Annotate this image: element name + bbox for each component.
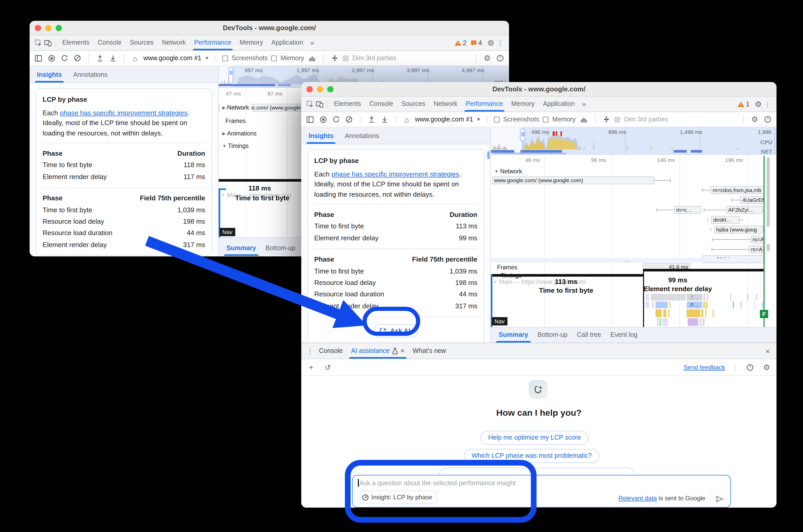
screenshots-checkbox[interactable] (494, 116, 500, 122)
target-selector[interactable]: www.google.com #1▼ (143, 55, 209, 62)
collapse-sections-icon[interactable] (330, 54, 340, 63)
panel-settings-gear-icon[interactable]: ⚙ (750, 115, 760, 124)
history-icon[interactable]: ↺ (323, 363, 332, 372)
subtab-annotations[interactable]: Annotations (345, 128, 379, 144)
tab-network[interactable]: Network (430, 97, 462, 112)
lcp-by-phase-card[interactable]: LCP by phase Each phase has specific imp… (308, 150, 484, 345)
timeline-scrollbar[interactable] (767, 157, 770, 227)
close-drawer-icon[interactable]: × (763, 346, 772, 356)
target-selector[interactable]: www.google.com #1▼ (415, 116, 481, 123)
network-request-bar[interactable]: m=c… (674, 206, 701, 214)
lcp-by-phase-card[interactable]: LCP by phase Each phase has specific imp… (36, 88, 212, 255)
memory-checkbox[interactable] (543, 116, 549, 122)
gc-brush-icon[interactable] (308, 54, 317, 63)
fcp-marker-badge[interactable]: F (760, 310, 768, 318)
tab-sources[interactable]: Sources (397, 97, 430, 112)
tab-performance[interactable]: Performance (461, 97, 507, 112)
network-request-bar[interactable]: www.google.com/ (www.google.com) (492, 176, 654, 184)
drawer-tab-console[interactable]: Console (315, 343, 347, 359)
timeline-scrollbar[interactable] (767, 244, 770, 251)
tab-event-log[interactable]: Event log (606, 327, 642, 343)
screenshots-checkbox[interactable] (222, 55, 228, 61)
ai-settings-gear-icon[interactable]: ⚙ (762, 363, 771, 372)
kebab-menu-icon[interactable]: ⋮ (763, 99, 772, 109)
send-feedback-link[interactable]: Send feedback (683, 364, 725, 371)
collapse-sections-icon[interactable] (602, 115, 611, 124)
timeline-area[interactable]: 496 ms 996 ms 1,496 ms 1,996 (491, 127, 777, 343)
network-request-bar[interactable]: m=cdos,hsm,jsa,mb (711, 186, 764, 194)
device-toolbar-icon[interactable] (315, 99, 324, 109)
suggestion-chip[interactable]: Help me optimize my LCP score (480, 431, 589, 445)
device-toolbar-icon[interactable] (43, 38, 53, 48)
inspect-element-icon[interactable] (34, 38, 43, 48)
dim-third-parties-checkbox[interactable] (615, 116, 620, 122)
tab-call-tree[interactable]: Call tree (572, 327, 606, 343)
tab-bottom-up[interactable]: Bottom-up (261, 241, 300, 255)
network-request-bar[interactable]: deskt… (711, 216, 740, 224)
dim-third-parties-checkbox[interactable] (343, 55, 349, 61)
network-request-bar[interactable]: AF2bZyi… (726, 206, 763, 214)
panel-layout-icon[interactable] (34, 54, 43, 63)
tab-elements[interactable]: Elements (58, 35, 93, 50)
improvement-strategies-link[interactable]: phase has specific improvement strategie… (60, 109, 187, 116)
timings-track-label[interactable]: ▼Timings (220, 142, 251, 151)
send-prompt-icon[interactable] (715, 494, 724, 504)
network-request-bar[interactable]: rs=A (750, 236, 764, 243)
ai-prompt-input[interactable]: Ask a question about the selected perfor… (352, 475, 731, 508)
clear-icon[interactable] (73, 54, 82, 63)
tab-performance[interactable]: Performance (190, 35, 235, 50)
drawer-menu-icon[interactable]: ⋮ (305, 346, 315, 356)
panel-settings-gear-icon[interactable]: ⚙ (482, 54, 492, 63)
tab-console[interactable]: Console (365, 97, 397, 112)
home-icon[interactable]: ⌂ (130, 54, 140, 63)
upload-profile-icon[interactable] (367, 115, 376, 124)
inspect-element-icon[interactable] (305, 99, 315, 109)
relevant-data-link[interactable]: Relevant data (618, 495, 657, 502)
download-profile-icon[interactable] (108, 54, 117, 63)
tab-memory[interactable]: Memory (507, 97, 539, 112)
upload-profile-icon[interactable] (95, 54, 104, 63)
network-request-bar[interactable]: hpba (www.goog (714, 226, 764, 233)
tracks-divider-band[interactable]: … (491, 258, 764, 263)
tab-console[interactable]: Console (93, 35, 126, 50)
tab-summary[interactable]: Summary (494, 327, 533, 343)
record-icon[interactable] (47, 54, 56, 63)
home-icon[interactable]: ⌂ (402, 115, 412, 124)
network-track-label[interactable]: ▼Network (492, 167, 525, 176)
panel-scrollbar[interactable] (487, 151, 490, 159)
tab-sources[interactable]: Sources (126, 35, 158, 50)
tab-summary[interactable]: Summary (222, 241, 261, 255)
close-tab-icon[interactable]: × (400, 343, 404, 359)
help-icon[interactable]: ? (763, 115, 772, 124)
tab-application[interactable]: Application (539, 97, 579, 112)
animations-track-label[interactable]: ▶Animations (220, 129, 259, 138)
reload-record-icon[interactable] (60, 54, 69, 63)
titlebar[interactable]: DevTools - www.google.com/ (30, 21, 509, 35)
more-tabs-icon[interactable]: » (579, 100, 588, 108)
warnings-badge[interactable]: 1 (737, 100, 749, 108)
more-tabs-icon[interactable]: » (307, 39, 316, 47)
record-icon[interactable] (318, 115, 328, 124)
gc-brush-icon[interactable] (579, 115, 589, 124)
ask-ai-button[interactable]: Ask AI (374, 325, 418, 338)
warnings-badge[interactable]: 2 (455, 39, 467, 46)
reload-record-icon[interactable] (331, 115, 341, 124)
settings-gear-icon[interactable]: ⚙ (754, 99, 763, 109)
titlebar[interactable]: DevTools - www.google.com/ (301, 82, 777, 97)
tab-application[interactable]: Application (267, 35, 307, 50)
download-profile-icon[interactable] (380, 115, 389, 124)
tab-elements[interactable]: Elements (330, 97, 365, 112)
tab-memory[interactable]: Memory (236, 35, 267, 50)
subtab-annotations[interactable]: Annotations (73, 67, 108, 82)
subtab-insights[interactable]: Insights (309, 128, 333, 144)
panel-layout-icon[interactable] (305, 115, 315, 124)
tab-network[interactable]: Network (158, 35, 190, 50)
network-track-label[interactable]: ▶Network (220, 103, 252, 112)
new-chat-icon[interactable]: + (307, 363, 316, 372)
insight-context-chip[interactable]: Insight: LCP by phase (357, 491, 437, 504)
help-icon[interactable]: ? (745, 363, 755, 372)
improvement-strategies-link[interactable]: phase has specific improvement strategie… (332, 170, 459, 178)
clear-icon[interactable] (344, 115, 354, 124)
minimap-selection-handle[interactable] (229, 67, 233, 83)
memory-checkbox[interactable] (271, 55, 277, 61)
